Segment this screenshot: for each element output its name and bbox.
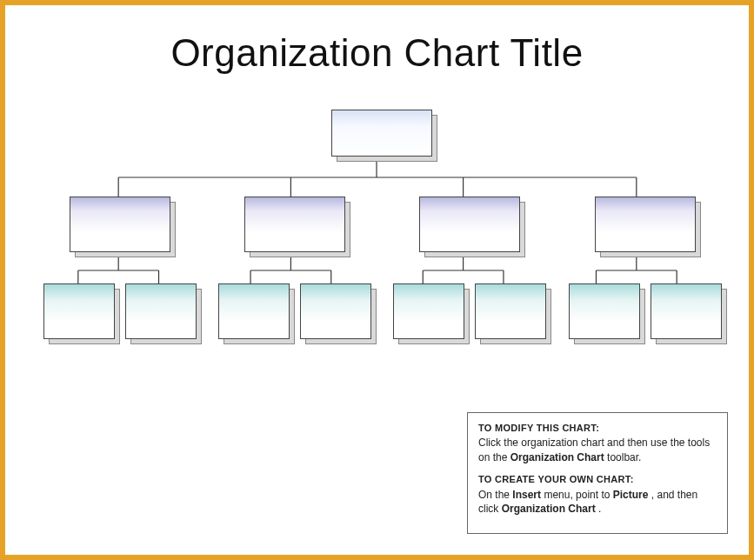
org-node-leaf[interactable] <box>218 283 290 339</box>
org-node-leaf[interactable] <box>300 283 371 339</box>
instruction-text: On the <box>478 489 512 501</box>
instruction-text: menu, point to <box>544 489 612 501</box>
instruction-bold: Insert <box>512 489 541 501</box>
instruction-text: . <box>598 503 601 515</box>
org-node-leaf[interactable] <box>651 283 722 339</box>
org-node-root[interactable] <box>331 110 432 157</box>
slide-frame: Organization Chart Title <box>0 0 754 560</box>
instruction-text: toolbar. <box>607 451 641 463</box>
instruction-heading: TO CREATE YOUR OWN CHART: <box>478 473 717 486</box>
org-node-leaf[interactable] <box>475 283 546 339</box>
org-node-level1[interactable] <box>419 197 520 252</box>
org-node-level1[interactable] <box>70 197 170 252</box>
instruction-bold: Organization Chart <box>510 451 604 463</box>
org-node-level1[interactable] <box>595 197 696 252</box>
chart-title[interactable]: Organization Chart Title <box>5 31 749 75</box>
org-node-leaf[interactable] <box>125 283 197 339</box>
org-node-level1[interactable] <box>244 197 345 252</box>
instruction-create: TO CREATE YOUR OWN CHART: On the Insert … <box>478 473 717 516</box>
instructions-panel[interactable]: TO MODIFY THIS CHART: Click the organiza… <box>467 412 728 534</box>
instruction-bold: Organization Chart <box>502 503 596 515</box>
instruction-modify: TO MODIFY THIS CHART: Click the organiza… <box>478 422 717 464</box>
connector-lines <box>5 110 749 423</box>
instruction-bold: Picture <box>613 489 649 501</box>
org-node-leaf[interactable] <box>393 283 464 339</box>
org-chart[interactable] <box>5 110 749 423</box>
org-node-leaf[interactable] <box>569 283 640 339</box>
org-node-leaf[interactable] <box>43 283 115 339</box>
instruction-heading: TO MODIFY THIS CHART: <box>478 422 717 435</box>
